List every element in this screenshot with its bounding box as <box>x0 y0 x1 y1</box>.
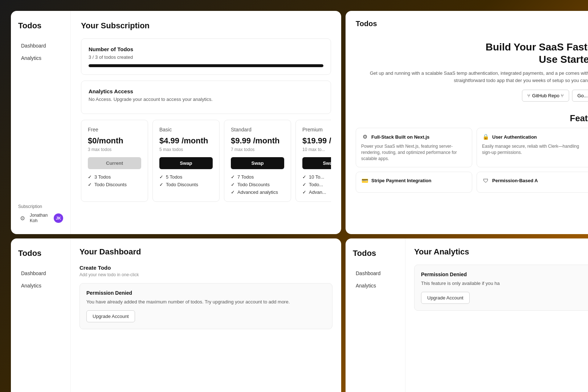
plan-feature: ✓ Todo... <box>302 182 331 187</box>
landing-header: Todos <box>346 11 588 34</box>
dashboard-panel: Todos Dashboard Analytics Your Dashboard… <box>11 238 341 392</box>
plan-free: Free $0/month 3 max todos Current ✓ 3 To… <box>81 120 148 202</box>
create-todo-title: Create Todo <box>79 265 332 271</box>
plan-basic-price: $4.99 /month <box>159 136 213 146</box>
plan-free-price: $0/month <box>88 136 141 146</box>
todos-count-section: Number of Todos 3 / 3 of todos created <box>81 38 331 75</box>
plan-premium-features: ✓ 10 To... ✓ Todo... ✓ Advan... <box>302 174 331 195</box>
feature-card-header: 🔒 User Authentication <box>482 133 588 140</box>
feature-label: 5 Todos <box>166 174 182 180</box>
github-btn-label: GitHub Repo ⑂ <box>532 93 564 98</box>
feature-card-permissions: 🛡 Permission-Based A <box>477 172 588 193</box>
sidebar-item-analytics[interactable]: Analytics <box>18 53 63 63</box>
plan-premium-desc: 10 max to... <box>302 147 331 152</box>
check-icon: ✓ <box>88 182 92 187</box>
shield-icon: 🛡 <box>482 177 489 184</box>
check-icon: ✓ <box>302 174 306 180</box>
plan-feature: ✓ Advanced analytics <box>231 189 284 195</box>
feature-card-desc: Power your SaaS with Next.js, featuring … <box>361 143 467 162</box>
landing-buttons: ⑂ GitHub Repo ⑂ Go... <box>356 90 588 102</box>
landing-features-title: Featu <box>346 109 588 128</box>
feature-label: Advanced analytics <box>237 189 278 195</box>
feature-label: Advan... <box>309 189 326 195</box>
todos-count-desc: 3 / 3 of todos created <box>89 54 323 60</box>
feature-label: 7 Todos <box>237 174 254 180</box>
sidebar-user: ⚙ Jonathan Koh JK <box>18 213 63 224</box>
github-repo-button[interactable]: ⑂ GitHub Repo ⑂ <box>522 90 569 102</box>
dashboard-main: Your Dashboard Create Todo Add your new … <box>71 238 341 392</box>
plan-free-features: ✓ 3 Todos ✓ Todo Discounts <box>88 174 141 187</box>
feature-card-auth: 🔒 User Authentication Easily manage secu… <box>477 128 588 167</box>
todos-progress-fill <box>89 64 323 67</box>
dashboard-sidebar-item-dashboard[interactable]: Dashboard <box>18 268 63 278</box>
create-todo-desc: Add your new todo in one-click <box>79 272 332 277</box>
create-todo-section: Create Todo Add your new todo in one-cli… <box>79 265 332 277</box>
feature-label: Todo Discounts <box>94 182 127 187</box>
plan-premium-name: Premium <box>302 127 331 132</box>
feature-label: Todo... <box>309 182 323 187</box>
sidebar-user-name: Jonathan Koh <box>30 213 51 224</box>
analytics-permission-denied-card: Permission Denied This feature is only a… <box>414 265 588 311</box>
analytics-page-title: Your Analytics <box>414 247 588 257</box>
stripe-icon: 💳 <box>361 177 368 184</box>
analytics-sidebar-item-dashboard[interactable]: Dashboard <box>353 268 398 278</box>
todos-progress-bg <box>89 64 323 67</box>
dashboard-sidebar-nav: Dashboard Analytics <box>18 268 63 392</box>
plan-standard-btn[interactable]: Swap <box>231 157 284 169</box>
analytics-sidebar-logo: Todos <box>353 249 398 258</box>
subscription-panel: Todos Dashboard Analytics Subscription ⚙… <box>11 11 341 234</box>
analytics-permission-denied-desc: This feature is only available if you ha <box>421 280 588 287</box>
check-icon: ✓ <box>88 174 92 180</box>
landing-logo: Todos <box>356 20 588 28</box>
analytics-panel: Todos Dashboard Analytics Your Analytics… <box>346 238 588 392</box>
plan-basic-btn[interactable]: Swap <box>159 157 213 169</box>
nextjs-icon: ⚙ <box>361 133 368 140</box>
feature-card-nextjs: ⚙ Full-Stack Built on Next.js Power your… <box>356 128 472 167</box>
upgrade-account-button[interactable]: Upgrade Account <box>86 310 135 322</box>
landing-hero-title: Build Your SaaS FasteUse Starter <box>356 41 588 65</box>
check-icon: ✓ <box>231 174 235 180</box>
plan-standard-name: Standard <box>231 127 284 132</box>
plan-basic-desc: 5 max todos <box>159 147 213 152</box>
plan-free-name: Free <box>88 127 141 132</box>
feature-card-title: Permission-Based A <box>492 178 538 183</box>
analytics-sidebar: Todos Dashboard Analytics <box>346 238 405 392</box>
gear-icon[interactable]: ⚙ <box>18 214 27 222</box>
feature-card-title: User Authentication <box>492 134 537 140</box>
landing-hero-desc: Get up and running with a scalable SaaS … <box>356 70 588 84</box>
dashboard-sidebar-item-analytics[interactable]: Analytics <box>18 281 63 291</box>
plan-basic: Basic $4.99 /month 5 max todos Swap ✓ 5 … <box>152 120 220 202</box>
todos-count-title: Number of Todos <box>89 46 323 52</box>
plan-basic-features: ✓ 5 Todos ✓ Todo Discounts <box>159 174 213 187</box>
feature-card-stripe: 💳 Stripe Payment Integration <box>356 172 472 193</box>
plan-basic-name: Basic <box>159 127 213 132</box>
plan-feature: ✓ 7 Todos <box>231 174 284 180</box>
feature-card-title: Full-Stack Built on Next.js <box>371 134 429 140</box>
plan-feature: ✓ 3 Todos <box>88 174 141 180</box>
go-button[interactable]: Go... <box>572 90 588 102</box>
plan-feature: ✓ Advan... <box>302 189 331 195</box>
landing-hero: Build Your SaaS FasteUse Starter Get up … <box>346 34 588 109</box>
feature-card-title: Stripe Payment Integration <box>371 178 431 183</box>
plan-premium-btn[interactable]: Swap <box>302 157 331 169</box>
analytics-sidebar-item-analytics[interactable]: Analytics <box>353 281 398 291</box>
analytics-access-section: Analytics Access No Access. Upgrade your… <box>81 81 331 114</box>
feature-label: Todo Discounts <box>237 182 270 187</box>
sidebar-nav: Dashboard Analytics <box>18 41 63 204</box>
landing-features-grid: ⚙ Full-Stack Built on Next.js Power your… <box>346 128 588 200</box>
feature-label: Todo Discounts <box>166 182 198 187</box>
plan-free-desc: 3 max todos <box>88 147 141 152</box>
analytics-permission-denied-title: Permission Denied <box>421 271 588 277</box>
sidebar-item-dashboard[interactable]: Dashboard <box>18 41 63 51</box>
plan-premium: Premium $19.99 / 10 max to... Swap ✓ 10 … <box>295 120 331 202</box>
plan-free-btn[interactable]: Current <box>88 157 141 169</box>
feature-card-header: 💳 Stripe Payment Integration <box>361 177 467 184</box>
feature-label: 3 Todos <box>94 174 111 180</box>
avatar[interactable]: JK <box>54 213 63 223</box>
analytics-upgrade-account-button[interactable]: Upgrade Account <box>421 292 470 304</box>
sidebar-bottom: Subscription ⚙ Jonathan Koh JK <box>18 204 63 224</box>
feature-card-header: 🛡 Permission-Based A <box>482 177 588 184</box>
feature-card-desc: Easily manage secure, reliab with Clerk—… <box>482 143 588 156</box>
dashboard-page-title: Your Dashboard <box>79 247 332 257</box>
analytics-sidebar-nav: Dashboard Analytics <box>353 268 398 392</box>
